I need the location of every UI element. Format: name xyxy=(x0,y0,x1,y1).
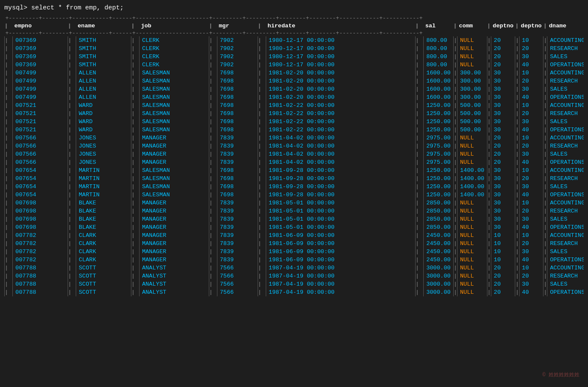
cell-9: OPERATIONS xyxy=(547,191,584,199)
cell-7: 20 xyxy=(491,272,515,280)
cell-7: 30 xyxy=(491,207,515,215)
cell-3: 7839 xyxy=(217,207,258,215)
cell-1: BLAKE xyxy=(76,207,131,215)
cell-5: 2450.00 xyxy=(424,256,454,264)
cell-1: ALLEN xyxy=(76,93,131,101)
table-row: |007521|WARD|SALESMAN|7698|1981-02-22 00… xyxy=(5,118,584,126)
table-row: |007654|MARTIN|SALESMAN|7698|1981-09-28 … xyxy=(5,183,584,191)
cell-8: 30 xyxy=(519,53,543,61)
cell-8: 40 xyxy=(519,158,543,166)
table-divider: +---------+--------+-----------+------+-… xyxy=(5,30,584,37)
cell-0: 007654 xyxy=(13,191,68,199)
table-row: |007788|SCOTT|ANALYST|7566|1987-04-19 00… xyxy=(5,272,584,280)
cell-0: 007698 xyxy=(13,223,68,231)
cell-6: 300.00 xyxy=(457,85,487,93)
cell-7: 30 xyxy=(491,215,515,223)
table-row: |007369|SMITH|CLERK|7902|1980-12-17 00:0… xyxy=(5,61,584,69)
cell-4: 1981-02-20 00:00:00 xyxy=(266,77,415,85)
cell-0: 007654 xyxy=(13,166,68,174)
cell-5: 2850.00 xyxy=(424,223,454,231)
cell-6: NULL xyxy=(457,150,487,158)
cell-0: 007566 xyxy=(13,158,68,166)
cell-9: RESEARCH xyxy=(547,272,584,280)
cell-3: 7566 xyxy=(217,288,258,296)
cell-0: 007654 xyxy=(13,174,68,183)
cell-1: BLAKE xyxy=(76,223,131,231)
cell-3: 7698 xyxy=(217,109,258,118)
cell-2: SALESMAN xyxy=(139,85,209,93)
cell-2: SALESMAN xyxy=(139,191,209,199)
cell-9: OPERATIONS xyxy=(547,158,584,166)
cell-1: JONES xyxy=(76,142,131,150)
cell-6: 300.00 xyxy=(457,77,487,85)
cell-2: SALESMAN xyxy=(139,118,209,126)
cell-8: 20 xyxy=(519,109,543,118)
cell-7: 20 xyxy=(491,280,515,288)
table-header-row: |empno|ename|job|mgr|hiredate|sal|comm|d… xyxy=(5,22,584,30)
cell-2: MANAGER xyxy=(139,142,209,150)
cell-4: 1981-04-02 00:00:00 xyxy=(266,150,415,158)
cell-5: 2850.00 xyxy=(424,207,454,215)
cell-7: 30 xyxy=(491,77,515,85)
col-header-hiredate: hiredate xyxy=(266,22,415,30)
cell-5: 1250.00 xyxy=(424,183,454,191)
cell-3: 7566 xyxy=(217,280,258,288)
cell-7: 30 xyxy=(491,126,515,134)
cell-6: NULL xyxy=(457,248,487,256)
cell-9: ACCOUNTING xyxy=(547,231,584,239)
cell-2: MANAGER xyxy=(139,150,209,158)
cell-1: SMITH xyxy=(76,61,131,69)
cell-8: 40 xyxy=(519,288,543,296)
cell-4: 1981-02-22 00:00:00 xyxy=(266,126,415,134)
cell-2: SALESMAN xyxy=(139,166,209,174)
cell-4: 1981-06-09 00:00:00 xyxy=(266,256,415,264)
cell-0: 007782 xyxy=(13,256,68,264)
cell-6: NULL xyxy=(457,142,487,150)
cell-6: NULL xyxy=(457,239,487,248)
col-header-job: job xyxy=(139,22,209,30)
cell-7: 30 xyxy=(491,85,515,93)
cell-7: 20 xyxy=(491,36,515,44)
col-header-ename: ename xyxy=(76,22,131,30)
cell-5: 1250.00 xyxy=(424,166,454,174)
table-row: |007654|MARTIN|SALESMAN|7698|1981-09-28 … xyxy=(5,174,584,183)
cell-5: 3000.00 xyxy=(424,288,454,296)
cell-2: SALESMAN xyxy=(139,183,209,191)
cell-6: NULL xyxy=(457,44,487,53)
cell-9: RESEARCH xyxy=(547,239,584,248)
cell-3: 7698 xyxy=(217,166,258,174)
cell-5: 800.00 xyxy=(424,44,454,53)
cell-8: 40 xyxy=(519,191,543,199)
cell-0: 007521 xyxy=(13,118,68,126)
cell-0: 007788 xyxy=(13,272,68,280)
cell-2: SALESMAN xyxy=(139,93,209,101)
cell-7: 20 xyxy=(491,53,515,61)
table-row: |007654|MARTIN|SALESMAN|7698|1981-09-28 … xyxy=(5,191,584,199)
cell-0: 007521 xyxy=(13,109,68,118)
cell-6: NULL xyxy=(457,158,487,166)
cell-6: 1400.00 xyxy=(457,174,487,183)
cell-5: 1250.00 xyxy=(424,191,454,199)
cell-7: 20 xyxy=(491,134,515,142)
cell-8: 30 xyxy=(519,118,543,126)
cell-8: 40 xyxy=(519,223,543,231)
table-row: |007499|ALLEN|SALESMAN|7698|1981-02-20 0… xyxy=(5,93,584,101)
cell-2: CLERK xyxy=(139,53,209,61)
cell-3: 7698 xyxy=(217,174,258,183)
cell-7: 10 xyxy=(491,256,515,264)
col-header-dname: dname xyxy=(547,22,584,30)
cell-2: CLERK xyxy=(139,44,209,53)
table-row: |007698|BLAKE|MANAGER|7839|1981-05-01 00… xyxy=(5,207,584,215)
col-header-sal: sal xyxy=(424,22,454,30)
cell-1: BLAKE xyxy=(76,215,131,223)
cell-3: 7698 xyxy=(217,191,258,199)
cell-9: SALES xyxy=(547,248,584,256)
cell-2: SALESMAN xyxy=(139,101,209,109)
cell-1: JONES xyxy=(76,134,131,142)
cell-9: OPERATIONS xyxy=(547,223,584,231)
cell-7: 30 xyxy=(491,93,515,101)
cell-1: SCOTT xyxy=(76,272,131,280)
table-row: |007782|CLARK|MANAGER|7839|1981-06-09 00… xyxy=(5,256,584,264)
cell-6: NULL xyxy=(457,231,487,239)
cell-6: NULL xyxy=(457,223,487,231)
